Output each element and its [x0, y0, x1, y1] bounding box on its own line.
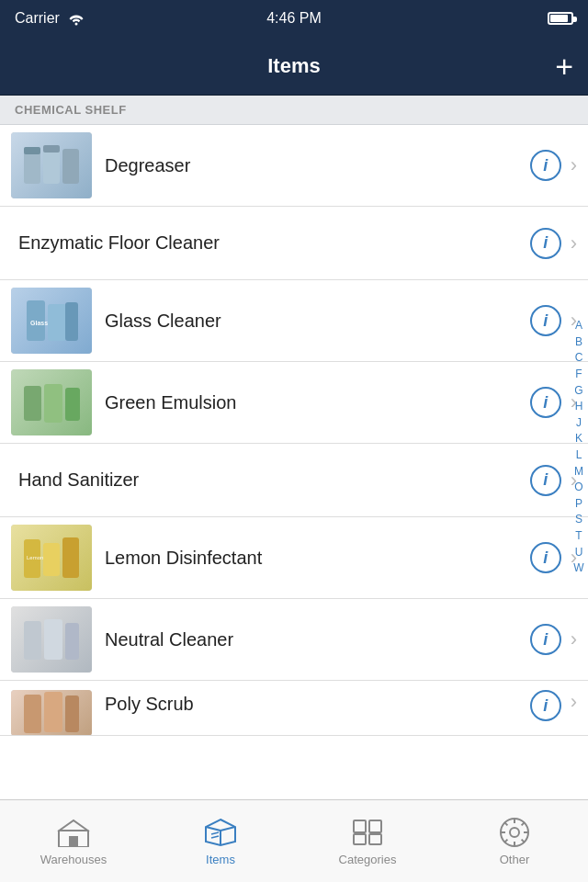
- list-item[interactable]: Hand Sanitizer i ›: [0, 444, 588, 517]
- wifi-icon: [67, 11, 85, 26]
- categories-icon: [351, 816, 384, 849]
- nav-title: Items: [267, 54, 320, 78]
- item-thumbnail: Lemon: [11, 525, 92, 591]
- alpha-w[interactable]: W: [571, 561, 586, 576]
- svg-rect-31: [369, 820, 381, 832]
- svg-line-26: [220, 827, 235, 831]
- tab-warehouses-label: Warehouses: [40, 853, 107, 866]
- svg-rect-21: [65, 695, 79, 732]
- item-info-button[interactable]: i: [530, 387, 561, 418]
- item-thumbnail: [11, 369, 92, 435]
- svg-line-42: [522, 822, 526, 826]
- svg-rect-19: [24, 695, 41, 733]
- alpha-b[interactable]: B: [571, 335, 586, 350]
- alpha-f[interactable]: F: [571, 368, 586, 382]
- svg-line-25: [206, 827, 220, 831]
- svg-rect-20: [44, 692, 62, 732]
- svg-rect-7: [65, 302, 78, 341]
- carrier-label: Carrier: [15, 10, 60, 27]
- item-info-button[interactable]: i: [530, 228, 561, 259]
- list-item[interactable]: Degreaser i ›: [0, 125, 588, 207]
- main-content: CHEMICAL SHELF Degreaser i › Enzymatic F…: [0, 96, 588, 799]
- alpha-o[interactable]: O: [571, 481, 586, 495]
- list-item[interactable]: Glass Glass Cleaner i ›: [0, 280, 588, 362]
- list-item[interactable]: Green Emulsion i ›: [0, 362, 588, 444]
- nav-bar: Items +: [0, 37, 588, 96]
- item-name: Degreaser: [105, 155, 530, 176]
- other-icon: [498, 816, 531, 849]
- alpha-j[interactable]: J: [571, 416, 586, 431]
- tab-bar: Warehouses Items Categori: [0, 799, 588, 882]
- svg-rect-3: [24, 147, 40, 154]
- svg-rect-32: [354, 834, 366, 844]
- status-bar: Carrier 4:46 PM: [0, 0, 588, 37]
- svg-line-28: [211, 832, 219, 834]
- alpha-u[interactable]: U: [571, 546, 586, 560]
- battery-icon: [548, 12, 573, 25]
- item-thumbnail: [11, 132, 92, 198]
- svg-point-35: [510, 828, 519, 837]
- item-info-button[interactable]: i: [530, 542, 561, 573]
- alpha-a[interactable]: A: [571, 319, 586, 334]
- list-item[interactable]: Poly Scrub i ›: [0, 681, 588, 736]
- item-name: Enzymatic Floor Cleaner: [18, 232, 530, 254]
- item-thumbnail: [11, 690, 92, 736]
- list-item[interactable]: Lemon Lemon Disinfectant i ›: [0, 517, 588, 599]
- item-name: Glass Cleaner: [105, 311, 530, 332]
- item-info-button[interactable]: i: [530, 305, 561, 336]
- section-header: CHEMICAL SHELF: [0, 96, 588, 125]
- item-info-button[interactable]: i: [530, 150, 561, 181]
- svg-line-40: [504, 822, 508, 826]
- item-thumbnail: [11, 606, 92, 673]
- alpha-m[interactable]: M: [571, 465, 586, 480]
- svg-line-41: [522, 840, 526, 843]
- list-item[interactable]: Neutral Cleaner i ›: [0, 599, 588, 681]
- svg-rect-2: [62, 149, 79, 184]
- svg-rect-30: [354, 820, 366, 832]
- svg-rect-16: [24, 621, 41, 660]
- item-name: Hand Sanitizer: [18, 469, 530, 491]
- alpha-l[interactable]: L: [571, 448, 586, 463]
- tab-warehouses[interactable]: Warehouses: [0, 800, 147, 882]
- item-name: Lemon Disinfectant: [105, 548, 530, 569]
- svg-rect-14: [62, 537, 79, 578]
- alpha-p[interactable]: P: [571, 497, 586, 512]
- item-thumbnail: Glass: [11, 288, 92, 354]
- item-name: Neutral Cleaner: [105, 629, 530, 650]
- warehouses-icon: [57, 816, 90, 849]
- svg-rect-4: [43, 145, 60, 153]
- item-info-button[interactable]: i: [530, 624, 561, 655]
- svg-rect-17: [44, 619, 62, 660]
- alpha-g[interactable]: G: [571, 384, 586, 399]
- item-name: Poly Scrub: [105, 690, 530, 715]
- alpha-t[interactable]: T: [571, 529, 586, 544]
- svg-text:Glass: Glass: [30, 320, 48, 326]
- alphabet-index: A B C F G H J K L M O P S T U W: [571, 96, 586, 799]
- tab-items[interactable]: Items: [147, 800, 294, 882]
- svg-rect-9: [24, 386, 41, 421]
- time-label: 4:46 PM: [266, 10, 322, 27]
- item-info-button[interactable]: i: [530, 690, 561, 721]
- svg-rect-13: [43, 543, 60, 576]
- svg-rect-10: [44, 384, 62, 423]
- svg-rect-23: [69, 836, 78, 847]
- svg-rect-33: [369, 834, 381, 844]
- svg-line-29: [211, 836, 219, 838]
- list-item[interactable]: Enzymatic Floor Cleaner i ›: [0, 207, 588, 280]
- item-info-button[interactable]: i: [530, 465, 561, 496]
- svg-rect-18: [65, 623, 79, 660]
- items-icon: [204, 816, 237, 849]
- tab-other[interactable]: Other: [441, 800, 588, 882]
- alpha-k[interactable]: K: [571, 432, 586, 447]
- svg-text:Lemon: Lemon: [27, 555, 43, 560]
- tab-categories-label: Categories: [339, 853, 397, 866]
- svg-rect-11: [65, 388, 80, 421]
- add-item-button[interactable]: +: [555, 51, 573, 82]
- tab-categories[interactable]: Categories: [294, 800, 441, 882]
- alpha-h[interactable]: H: [571, 400, 586, 414]
- status-bar-left: Carrier: [15, 10, 85, 27]
- svg-line-43: [504, 840, 508, 843]
- item-name: Green Emulsion: [105, 392, 530, 413]
- alpha-c[interactable]: C: [571, 351, 586, 366]
- alpha-s[interactable]: S: [571, 513, 586, 527]
